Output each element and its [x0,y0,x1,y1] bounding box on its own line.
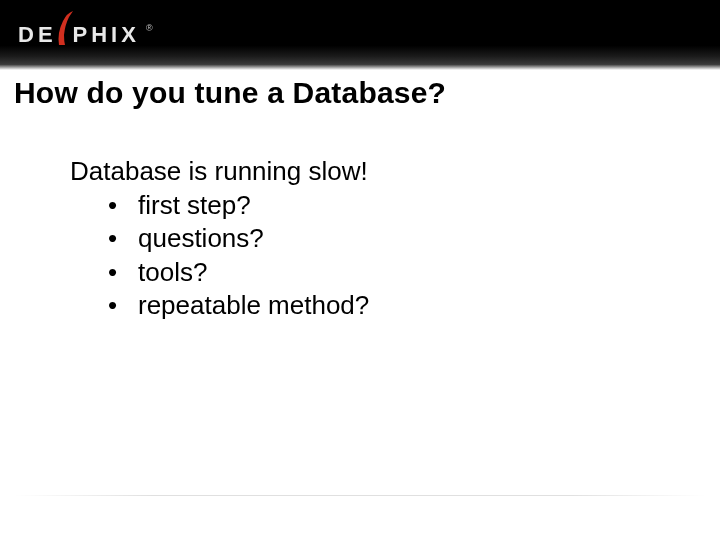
slide-title: How do you tune a Database? [14,76,706,110]
logo-text-right: PHIX [73,22,140,48]
logo-text-left: DE [18,22,57,48]
bullet-list: first step? questions? tools? repeatable… [70,189,706,322]
footer-divider [14,495,706,496]
registered-mark: ® [146,23,157,33]
slide-body: Database is running slow! first step? qu… [14,156,706,322]
slide-content: How do you tune a Database? Database is … [0,70,720,322]
brand-logo: DE PHIX ® [18,0,157,70]
list-item: first step? [108,189,706,222]
list-item: repeatable method? [108,289,706,322]
logo-text: DE PHIX ® [18,21,157,49]
lead-text: Database is running slow! [70,156,706,187]
logo-swoosh-icon [55,21,75,49]
list-item: tools? [108,256,706,289]
list-item: questions? [108,222,706,255]
header-bar: DE PHIX ® [0,0,720,70]
